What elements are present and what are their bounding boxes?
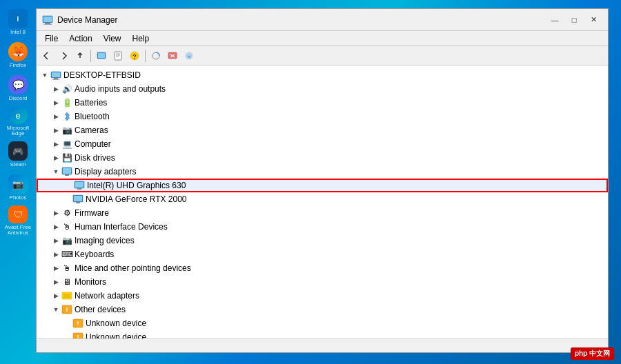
taskbar-label-firefox: Firefox [10, 63, 26, 68]
network-expander[interactable]: ▶ [50, 290, 61, 301]
svg-rect-30 [76, 202, 80, 203]
taskbar-left: i Intel 8 🦊 Firefox 💬 Discord e Microsof… [0, 0, 36, 364]
computer-expander[interactable]: ▶ [50, 139, 61, 150]
mice-expander[interactable]: ▶ [50, 263, 61, 274]
audio-label: Audio inputs and outputs [75, 84, 166, 94]
svg-rect-27 [77, 188, 81, 190]
tree-mice[interactable]: ▶ 🖱 Mice and other pointing devices [37, 261, 608, 275]
otherdevices-label: Other devices [75, 305, 126, 314]
computer-icon: 💻 [61, 139, 72, 150]
cameras-expander[interactable]: ▶ [50, 125, 61, 136]
svg-rect-5 [98, 53, 105, 58]
window-controls: — □ ✕ [546, 12, 602, 28]
toolbar-show-button[interactable] [94, 48, 109, 63]
toolbar-help-button[interactable]: ? [127, 48, 142, 63]
maximize-button[interactable]: □ [565, 12, 583, 28]
tree-audio[interactable]: ▶ 🔊 Audio inputs and outputs [37, 82, 608, 96]
svg-rect-29 [74, 196, 82, 201]
svg-rect-3 [43, 17, 52, 22]
displayadapters-label: Display adapters [75, 167, 136, 176]
menu-action[interactable]: Action [63, 32, 97, 45]
firmware-label: Firmware [75, 208, 109, 218]
diskdrives-icon: 💾 [61, 152, 72, 163]
tree-intel-uhd[interactable]: ▶ Intel(R) UHD Graphics 630 [37, 179, 608, 192]
tree-displayadapters[interactable]: ▼ Display adapters [37, 165, 608, 179]
computer-label: Computer [75, 139, 111, 149]
device-tree-content[interactable]: ▼ DESKTOP-ETFBSID ▶ 🔊 Audio inputs and o… [37, 65, 608, 338]
imaging-icon: 📷 [61, 235, 72, 246]
diskdrives-expander[interactable]: ▶ [50, 152, 61, 163]
title-bar-icon [42, 14, 53, 26]
imaging-expander[interactable]: ▶ [50, 235, 61, 246]
bluetooth-icon [61, 111, 72, 122]
toolbar-up-button[interactable] [72, 48, 88, 63]
menu-view[interactable]: View [98, 32, 127, 45]
toolbar-scan2-button[interactable]: + [181, 48, 197, 63]
taskbar-icon-avast[interactable]: 🛡 Avast Free Antivirus [3, 205, 33, 236]
svg-rect-21 [52, 79, 59, 80]
monitors-expander[interactable]: ▶ [50, 276, 61, 287]
toolbar: ? + [37, 46, 608, 65]
tree-hid[interactable]: ▶ 🖱 Human Interface Devices [37, 220, 608, 234]
toolbar-forward-button[interactable] [56, 48, 71, 63]
batteries-expander[interactable]: ▶ [50, 97, 61, 108]
hid-expander[interactable]: ▶ [50, 221, 61, 232]
taskbar-label-discord: Discord [8, 96, 27, 101]
keyboards-icon: ⌨ [61, 249, 72, 260]
root-expander[interactable]: ▼ [39, 70, 50, 81]
toolbar-properties-button[interactable] [110, 48, 126, 63]
tree-bluetooth[interactable]: ▶ Bluetooth [37, 110, 608, 123]
bluetooth-expander[interactable]: ▶ [50, 111, 61, 122]
tree-computer[interactable]: ▶ 💻 Computer [37, 137, 608, 151]
toolbar-separator-1 [90, 50, 91, 62]
tree-monitors[interactable]: ▶ 🖥 Monitors [37, 275, 608, 289]
unknown2-icon: ! [72, 332, 83, 338]
tree-imaging[interactable]: ▶ 📷 Imaging devices [37, 234, 608, 247]
mice-icon: 🖱 [61, 263, 72, 274]
tree-unknown1[interactable]: ▶ ! Unknown device [37, 316, 608, 330]
tree-keyboards[interactable]: ▶ ⌨ Keyboards [37, 247, 608, 261]
firmware-expander[interactable]: ▶ [50, 208, 61, 219]
audio-icon: 🔊 [61, 83, 72, 94]
tree-root[interactable]: ▼ DESKTOP-ETFBSID [37, 68, 608, 82]
tree-diskdrives[interactable]: ▶ 💾 Disk drives [37, 151, 608, 165]
tree-otherdevices[interactable]: ▼ ! Other devices [37, 303, 608, 316]
menu-file[interactable]: File [39, 32, 63, 45]
menu-help[interactable]: Help [127, 32, 155, 45]
toolbar-back-button[interactable] [39, 48, 55, 63]
minimize-button[interactable]: — [546, 12, 564, 28]
taskbar-icon-edge[interactable]: e Microsoft Edge [3, 106, 33, 136]
tree-batteries[interactable]: ▶ 🔋 Batteries [37, 96, 608, 110]
taskbar-icon-photos[interactable]: 📷 Photos [3, 172, 33, 203]
device-manager-window: Device Manager — □ ✕ File Action View He… [36, 8, 609, 353]
tree-unknown2[interactable]: ▶ ! Unknown device [37, 330, 608, 338]
unknown1-icon: ! [72, 318, 83, 329]
svg-rect-26 [75, 182, 83, 188]
otherdevices-expander[interactable]: ▼ [50, 304, 61, 315]
taskbar-icon-intel[interactable]: i Intel 8 [3, 7, 33, 37]
tree-cameras[interactable]: ▶ 📷 Cameras [37, 123, 608, 137]
window-title: Device Manager [57, 15, 546, 25]
audio-expander[interactable]: ▶ [50, 83, 61, 94]
taskbar-icon-steam[interactable]: 🎮 Steam [3, 139, 33, 170]
toolbar-uninstall-button[interactable] [165, 48, 180, 63]
taskbar-icon-discord[interactable]: 💬 Discord [3, 73, 33, 103]
root-label: DESKTOP-ETFBSID [63, 70, 141, 80]
diskdrives-label: Disk drives [75, 153, 115, 163]
otherdevices-icon: ! [61, 304, 72, 315]
taskbar-icon-firefox[interactable]: 🦊 Firefox [3, 40, 33, 70]
close-button[interactable]: ✕ [584, 12, 602, 28]
tree-firmware[interactable]: ▶ ⚙ Firmware [37, 206, 608, 220]
toolbar-scan-button[interactable] [148, 48, 164, 63]
keyboards-label: Keyboards [75, 250, 114, 259]
tree-nvidia[interactable]: ▶ NVIDIA GeForce RTX 2000 [37, 192, 608, 206]
tree-network[interactable]: ▶ Network adapters [37, 289, 608, 303]
taskbar-label-intel: Intel 8 [10, 30, 26, 35]
watermark: php 中文网 [571, 347, 614, 360]
keyboards-expander[interactable]: ▶ [50, 249, 61, 260]
displayadapters-expander[interactable]: ▼ [50, 166, 61, 177]
title-bar: Device Manager — □ ✕ [37, 9, 608, 31]
svg-rect-2 [43, 24, 52, 25]
svg-rect-6 [115, 52, 121, 60]
cameras-label: Cameras [75, 125, 108, 135]
